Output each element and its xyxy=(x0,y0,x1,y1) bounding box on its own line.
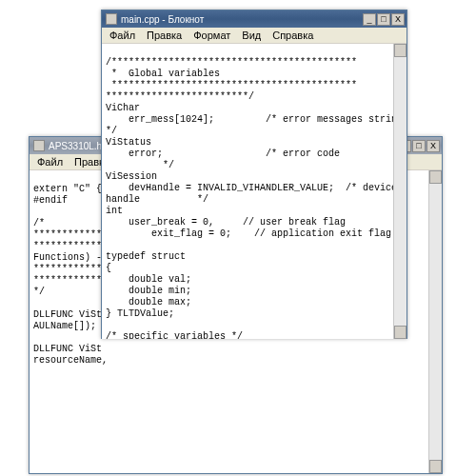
app-icon xyxy=(106,13,117,25)
menu-edit[interactable]: Правка xyxy=(141,29,188,42)
scroll-up-icon[interactable] xyxy=(429,170,442,184)
minimize-button[interactable]: _ xyxy=(363,13,376,26)
maximize-button[interactable]: □ xyxy=(377,13,390,26)
menubar-front: Файл Правка Формат Вид Справка xyxy=(102,28,407,44)
maximize-button[interactable]: □ xyxy=(412,140,426,152)
close-button[interactable]: X xyxy=(391,13,405,26)
menu-file[interactable]: Файл xyxy=(31,155,69,169)
scroll-down-icon[interactable] xyxy=(429,460,442,473)
code-editor-front[interactable]: /***************************************… xyxy=(102,44,407,339)
menu-view[interactable]: Вид xyxy=(236,29,267,42)
code-text: /***************************************… xyxy=(106,57,403,339)
menu-format[interactable]: Формат xyxy=(188,29,236,42)
window-buttons: _ □ X xyxy=(363,13,405,26)
titlebar-front[interactable]: main.cpp - Блокнот _ □ X xyxy=(102,10,407,28)
code-text-top: extern "C" { #endif /* ************ ****… xyxy=(33,184,108,366)
menu-file[interactable]: Файл xyxy=(104,29,141,42)
menu-help[interactable]: Справка xyxy=(267,29,319,42)
editor-window-front: main.cpp - Блокнот _ □ X Файл Правка Фор… xyxy=(101,10,407,339)
scroll-down-icon[interactable] xyxy=(394,326,407,339)
app-icon xyxy=(33,140,45,151)
scrollbar-vertical[interactable] xyxy=(428,170,442,473)
scrollbar-vertical[interactable] xyxy=(393,44,407,339)
close-button[interactable]: X xyxy=(426,140,440,152)
scroll-up-icon[interactable] xyxy=(394,44,407,57)
window-title: main.cpp - Блокнот xyxy=(121,14,363,25)
